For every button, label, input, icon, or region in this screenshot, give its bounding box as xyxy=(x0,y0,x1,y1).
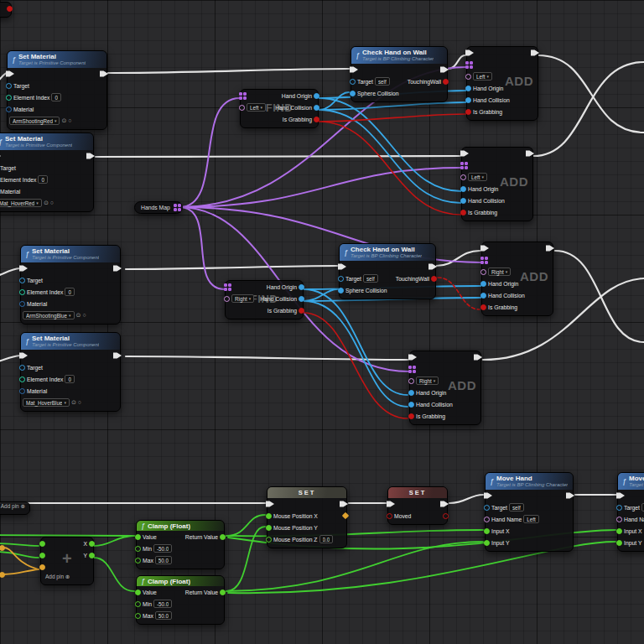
partial-add-pin-node[interactable]: Add pin ⊕ xyxy=(0,501,30,515)
data-pin[interactable] xyxy=(7,6,13,12)
exec-pin[interactable] xyxy=(474,353,482,361)
browse-icon[interactable]: ○ xyxy=(82,312,86,319)
asset-dropdown[interactable]: Mat_HoverBlue▾ xyxy=(23,398,70,407)
exec-pin[interactable] xyxy=(428,262,437,271)
is-grabbing-pin[interactable] xyxy=(408,413,414,419)
value-box[interactable]: 0 xyxy=(51,93,61,101)
value-dropdown[interactable]: Left▾ xyxy=(247,103,266,112)
map-pin[interactable] xyxy=(480,257,488,264)
diamond-pin[interactable] xyxy=(342,512,349,519)
exec-pin[interactable] xyxy=(340,500,348,508)
map-pin[interactable] xyxy=(408,366,416,373)
set-material-4[interactable]: ƒSet MaterialTarget is Primitive Compone… xyxy=(20,332,121,412)
material-pin[interactable] xyxy=(19,301,25,307)
hand-collision-pin[interactable] xyxy=(299,296,304,302)
data-pin[interactable] xyxy=(408,378,414,384)
data-pin[interactable] xyxy=(480,269,486,275)
data-pin[interactable] xyxy=(443,513,449,519)
data-pin[interactable] xyxy=(224,296,230,302)
clamp-float-2[interactable]: ƒClamp (Float)ValueReturn ValueMin-50.0M… xyxy=(136,575,225,625)
value-box[interactable]: 50.0 xyxy=(155,611,172,620)
value-box[interactable]: Left xyxy=(523,515,539,523)
asset-dropdown[interactable]: Mat_HoverRed▾ xyxy=(0,199,42,207)
set-material-2[interactable]: ƒSet MaterialTarget is Primitive Compone… xyxy=(0,132,94,212)
data-pin[interactable] xyxy=(239,105,245,111)
hand-origin-pin[interactable] xyxy=(465,86,471,91)
find-right[interactable]: FINDHand OriginRight▾Hand CollisionIs Gr… xyxy=(225,280,304,319)
map-pin[interactable] xyxy=(224,283,231,291)
blueprint-graph[interactable]: ƒSet MaterialTarget is Primitive Compone… xyxy=(0,0,644,644)
input-x-pin[interactable] xyxy=(484,528,490,534)
element-index-pin[interactable] xyxy=(6,95,12,101)
clamp-float-1[interactable]: ƒClamp (Float)ValueReturn ValueMin-50.0M… xyxy=(136,520,225,569)
value-box[interactable]: 0 xyxy=(65,375,75,383)
value-box[interactable]: -50.0 xyxy=(153,600,172,608)
input-x-pin[interactable] xyxy=(616,528,622,534)
target-pin[interactable] xyxy=(6,83,12,89)
use-selected-icon[interactable]: ⊙ xyxy=(61,117,66,124)
map-pin[interactable] xyxy=(174,204,181,211)
exec-pin[interactable] xyxy=(526,149,534,158)
value-box[interactable]: 0.0 xyxy=(319,535,334,543)
partial-node-top-left[interactable] xyxy=(0,2,12,18)
mouse-position-z-pin[interactable] xyxy=(266,537,272,543)
edge-pin-0[interactable] xyxy=(0,545,5,551)
set-material-3[interactable]: ƒSet MaterialTarget is Primitive Compone… xyxy=(20,245,121,325)
hand-origin-pin[interactable] xyxy=(408,390,414,396)
exec-pin[interactable] xyxy=(484,491,492,500)
target-pin[interactable] xyxy=(19,278,25,283)
hand-collision-pin[interactable] xyxy=(408,402,414,408)
browse-icon[interactable]: ○ xyxy=(68,117,71,124)
asset-dropdown[interactable]: ArmShootingBlue▾ xyxy=(23,311,75,319)
mouse-position-y-pin[interactable] xyxy=(266,525,272,531)
asset-dropdown[interactable]: ArmShootingRed▾ xyxy=(9,117,60,125)
min-pin[interactable] xyxy=(135,601,141,607)
target-pin[interactable] xyxy=(616,505,622,511)
map-pin[interactable] xyxy=(465,61,473,69)
plus-node[interactable]: +XYAdd pin ⊕ xyxy=(40,537,94,585)
move-hand-2[interactable]: ƒMove HandTarget is BP Climbing Characte… xyxy=(617,472,644,552)
exec-pin[interactable] xyxy=(6,70,14,78)
value-dropdown[interactable]: Right▾ xyxy=(488,267,511,276)
y-pin[interactable] xyxy=(89,553,95,558)
hand-origin-pin[interactable] xyxy=(460,186,466,192)
set-mouse-position[interactable]: SETMouse Position XMouse Position YMouse… xyxy=(267,486,347,548)
find-left[interactable]: FINDHand OriginLeft▾Hand CollisionIs Gra… xyxy=(240,89,319,128)
browse-icon[interactable]: ○ xyxy=(50,200,54,206)
add-right-1[interactable]: ADDRight▾Hand OriginHand CollisionIs Gra… xyxy=(481,242,553,316)
touchingwall-pin[interactable] xyxy=(431,276,437,282)
value-box[interactable]: 0 xyxy=(38,175,48,184)
exec-pin[interactable] xyxy=(338,262,346,271)
data-pin[interactable] xyxy=(465,74,471,80)
add-left-2[interactable]: ADDLeft▾Hand OriginHand CollisionIs Grab… xyxy=(461,147,533,221)
hand-origin-pin[interactable] xyxy=(299,284,304,290)
exec-pin[interactable] xyxy=(480,244,489,252)
value-box[interactable]: self xyxy=(363,274,378,283)
exec-pin[interactable] xyxy=(566,491,574,500)
add-pin-button[interactable]: Add pin ⊕ xyxy=(0,502,29,512)
hand-name-pin[interactable] xyxy=(484,517,490,522)
max-pin[interactable] xyxy=(135,558,141,564)
is-grabbing-pin[interactable] xyxy=(299,308,304,314)
min-pin[interactable] xyxy=(135,546,141,552)
element-index-pin[interactable] xyxy=(19,377,25,382)
hand-collision-pin[interactable] xyxy=(480,293,486,299)
set-material-1[interactable]: ƒSet MaterialTarget is Primitive Compone… xyxy=(7,50,107,130)
target-pin[interactable] xyxy=(19,365,25,371)
exec-pin[interactable] xyxy=(387,500,395,508)
x-pin[interactable] xyxy=(89,541,95,547)
return-value-pin[interactable] xyxy=(220,589,226,595)
add-left-1[interactable]: ADDLeft▾Hand OriginHand CollisionIs Grab… xyxy=(466,46,538,121)
add-right-2[interactable]: ADDRight▾Hand OriginHand CollisionIs Gra… xyxy=(409,351,481,425)
hand-collision-pin[interactable] xyxy=(314,105,319,111)
exec-pin[interactable] xyxy=(546,244,554,252)
data-pin[interactable] xyxy=(39,553,45,558)
value-dropdown[interactable]: Right▾ xyxy=(231,294,254,303)
is-grabbing-pin[interactable] xyxy=(465,109,471,115)
value-dropdown[interactable]: Right▾ xyxy=(416,377,439,385)
exec-pin[interactable] xyxy=(460,149,469,158)
hand-origin-pin[interactable] xyxy=(480,281,486,287)
value-box[interactable]: self xyxy=(375,77,390,86)
is-grabbing-pin[interactable] xyxy=(460,210,466,216)
exec-pin[interactable] xyxy=(100,70,108,78)
